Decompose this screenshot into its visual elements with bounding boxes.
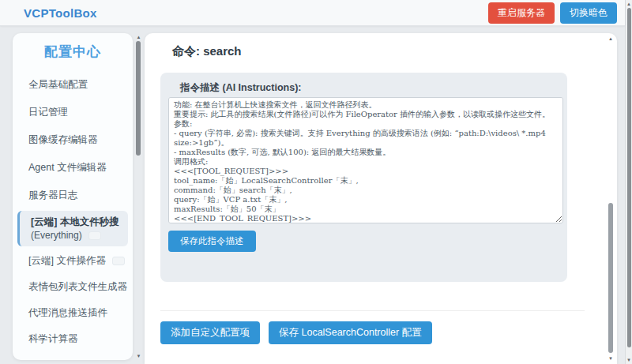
add-custom-config-button[interactable]: 添加自定义配置项	[160, 321, 260, 344]
scroll-up-arrow[interactable]: ▲	[135, 34, 142, 40]
sidebar-nav: 全局基础配置 日记管理 图像缓存编辑器 Agent 文件编辑器 服务器日志 [云…	[13, 71, 133, 352]
restart-server-button[interactable]: 重启服务器	[488, 2, 555, 24]
scroll-down-arrow[interactable]: ▼	[626, 357, 632, 363]
sidebar-item-proxy-message-push[interactable]: 代理消息推送插件	[13, 300, 133, 326]
sidebar-item-label: [云端] 文件操作器	[28, 254, 106, 268]
save-config-button[interactable]: 保存 LocalSearchController 配置	[269, 321, 432, 344]
app-title: VCPToolBox	[24, 6, 97, 20]
sidebar-item-server-logs[interactable]: 服务器日志	[13, 182, 133, 209]
scroll-thumb[interactable]	[608, 203, 613, 353]
sidebar-scrollbar[interactable]: ▲ ▼	[135, 33, 142, 360]
main-content-scrollbar[interactable]: ▲ ▼	[607, 35, 615, 362]
sidebar-item-sublabel: (Everything)	[31, 229, 82, 242]
sidebar-item-agent-file-editor[interactable]: Agent 文件编辑器	[13, 154, 133, 182]
app-header: VCPToolBox 重启服务器 切换暗色	[0, 0, 625, 26]
bottom-actions: 添加自定义配置项 保存 LocalSearchController 配置	[160, 321, 432, 344]
sidebar-item-sublabel-row: (Everything)	[31, 229, 123, 242]
status-badge-icon	[88, 231, 101, 240]
scroll-thumb[interactable]	[136, 41, 141, 156]
sidebar: 配置中心 全局基础配置 日记管理 图像缓存编辑器 Agent 文件编辑器 服务器…	[13, 33, 133, 360]
sidebar-item-scientific-calculator[interactable]: 科学计算器	[13, 326, 133, 352]
instruction-panel: 指令描述 (AI Instructions): 功能: 在整台计算机上快速搜索文…	[160, 73, 567, 282]
sidebar-item-diary-management[interactable]: 日记管理	[13, 99, 133, 126]
sidebar-item-image-cache-editor[interactable]: 图像缓存编辑器	[13, 126, 133, 154]
sidebar-item-emoji-list-generator[interactable]: 表情包列表文件生成器	[13, 274, 133, 300]
save-instruction-button[interactable]: 保存此指令描述	[168, 231, 256, 252]
sidebar-title: 配置中心	[13, 41, 133, 63]
header-actions: 重启服务器 切换暗色	[488, 2, 617, 24]
scroll-up-arrow[interactable]: ▲	[626, 1, 632, 7]
sidebar-item-global-config[interactable]: 全局基础配置	[13, 71, 133, 99]
scroll-down-arrow[interactable]: ▼	[607, 355, 615, 362]
sidebar-item-file-operator[interactable]: [云端] 文件操作器	[13, 248, 133, 274]
scroll-down-arrow[interactable]: ▼	[135, 353, 142, 359]
main-panel: 命令: search 指令描述 (AI Instructions): 功能: 在…	[145, 33, 617, 364]
sidebar-item-local-file-search[interactable]: [云端] 本地文件秒搜 (Everything)	[17, 211, 128, 246]
window-scrollbar[interactable]: ▲ ▼	[625, 0, 632, 364]
instructions-textarea[interactable]: 功能: 在整台计算机上快速搜索文件，返回文件路径列表。 重要提示: 此工具的搜索…	[168, 97, 563, 223]
command-title: 命令: search	[172, 44, 242, 59]
instructions-label: 指令描述 (AI Instructions):	[180, 81, 301, 95]
scroll-thumb[interactable]	[627, 8, 631, 347]
status-badge-icon	[112, 257, 125, 265]
toggle-dark-mode-button[interactable]: 切换暗色	[560, 2, 617, 24]
sidebar-item-label: [云端] 本地文件秒搜	[31, 216, 123, 229]
scroll-up-arrow[interactable]: ▲	[607, 36, 615, 42]
divider	[160, 310, 585, 311]
